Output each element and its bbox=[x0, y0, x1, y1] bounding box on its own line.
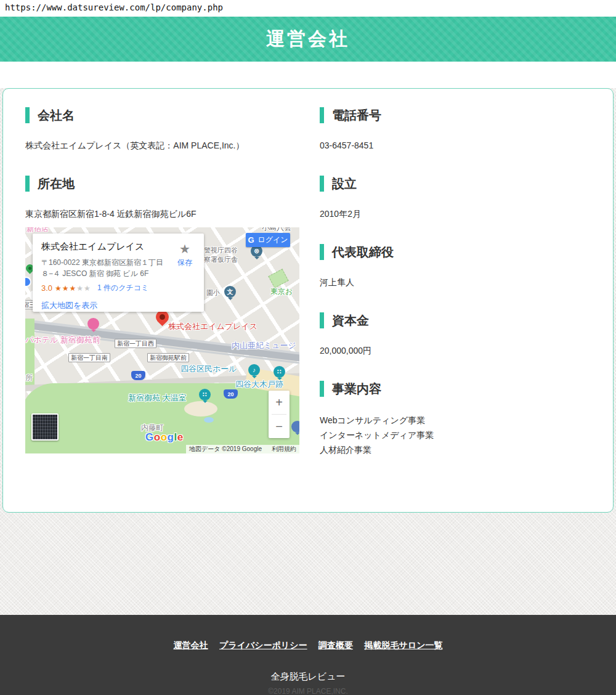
company-info-card: 会社名 株式会社エイムプレイス（英文表記：AIM PLACE,Inc.） 所在地… bbox=[2, 88, 614, 513]
map-label: 新宿御苑 大温室 bbox=[128, 392, 187, 404]
rating-row: 3.0 ★★★ ★★ 1 件のクチコミ bbox=[41, 283, 172, 293]
site-name: 全身脱毛レビュー bbox=[0, 671, 616, 683]
dots-icon: ∷ bbox=[277, 368, 282, 375]
page-header: 運営会社 bbox=[0, 17, 616, 62]
capital-value: 20,000,000円 bbox=[320, 344, 591, 357]
google-logo-letter: G bbox=[145, 431, 154, 443]
footer-link-survey[interactable]: 調査概要 bbox=[318, 640, 353, 650]
intersection-label: 新宿一丁目南 bbox=[68, 353, 110, 362]
business-line: Webコンサルティング事業 bbox=[320, 413, 591, 428]
founded-label: 設立 bbox=[332, 176, 357, 192]
map-data-attribution: 地図データ ©2019 Google bbox=[189, 445, 262, 453]
intersection-label: 新宿一丁目西 bbox=[115, 339, 156, 348]
map-label: 察署仮庁舎 bbox=[204, 255, 238, 264]
ceo-label: 代表取締役 bbox=[332, 244, 394, 261]
map-greenhouse-building bbox=[184, 401, 217, 417]
phone-label: 電話番号 bbox=[332, 107, 381, 124]
save-star-icon[interactable]: ★ bbox=[172, 242, 198, 256]
footer-link-privacy[interactable]: プライバシーポリシー bbox=[219, 640, 307, 650]
address-value: 東京都新宿区新宿1-8-4 近鉄新宿御苑ビル6F bbox=[25, 208, 299, 220]
business-values: Webコンサルティング事業 インターネットメディア事業 人材紹介事業 bbox=[320, 413, 591, 457]
heading-accent-bar bbox=[320, 176, 324, 192]
police-cross-icon: ⊗ bbox=[254, 247, 259, 255]
rating-stars-empty: ★★ bbox=[76, 284, 91, 293]
map-label: 作所 bbox=[25, 373, 33, 383]
heading-accent-bar bbox=[320, 107, 324, 123]
copyright: ©2019 AIM PLACE,INC. bbox=[0, 687, 616, 695]
business-line: 人材紹介事業 bbox=[320, 442, 591, 457]
dots-icon: ∷ bbox=[203, 391, 207, 398]
map-attribution-bar: 地図データ ©2019 Google 利用規約 bbox=[186, 445, 299, 453]
music-note-icon: ♪ bbox=[253, 367, 256, 373]
info-card-title: 株式会社エイムプレイス bbox=[41, 241, 172, 253]
page-title: 運営会社 bbox=[266, 26, 350, 52]
map-zoom-control: + − bbox=[269, 391, 290, 438]
poi-marker: ∷ bbox=[274, 366, 285, 378]
zoom-in-button[interactable]: + bbox=[269, 391, 290, 414]
capital-label: 資本金 bbox=[332, 312, 369, 329]
main-content: 会社名 株式会社エイムプレイス（英文表記：AIM PLACE,Inc.） 所在地… bbox=[0, 88, 616, 615]
section-heading-business: 事業内容 bbox=[320, 381, 591, 397]
enlarge-map-link[interactable]: 拡大地図を表示 bbox=[41, 300, 172, 311]
map-marker-blue bbox=[291, 421, 299, 433]
route-20-shield: 20 bbox=[224, 389, 238, 399]
satellite-view-toggle[interactable] bbox=[31, 413, 59, 441]
google-logo-letter: o bbox=[161, 431, 168, 443]
heading-accent-bar bbox=[320, 312, 324, 328]
page-url: https://www.datsureview.com/lp/company.p… bbox=[5, 2, 223, 12]
school-icon: 文 bbox=[227, 288, 233, 296]
map-label: パホテル 新宿御苑前 bbox=[25, 335, 100, 346]
info-card-main: 株式会社エイムプレイス 〒160-0022 東京都新宿区新宿１丁目 ８−４ JE… bbox=[41, 241, 172, 306]
map-pond bbox=[204, 417, 214, 423]
map-label: 四谷区民ホール bbox=[180, 364, 237, 375]
address-line-1: 〒160-0022 東京都新宿区新宿１丁目 bbox=[41, 257, 172, 268]
section-heading-phone: 電話番号 bbox=[320, 107, 591, 123]
business-line: インターネットメディア事業 bbox=[320, 428, 591, 442]
google-logo-letter: o bbox=[154, 431, 161, 443]
map-label: 東京お bbox=[270, 287, 293, 297]
address-bar: https://www.datsureview.com/lp/company.p… bbox=[0, 0, 616, 17]
google-logo: Google bbox=[145, 431, 184, 444]
heading-accent-bar bbox=[25, 107, 30, 123]
rating-stars-filled: ★★★ bbox=[55, 284, 76, 293]
heading-accent-bar bbox=[320, 381, 324, 397]
google-login-button[interactable]: G ログイン bbox=[246, 233, 290, 247]
map-label: 四谷大木戸跡 bbox=[235, 379, 283, 390]
left-column: 会社名 株式会社エイムプレイス（英文表記：AIM PLACE,Inc.） 所在地… bbox=[25, 107, 299, 512]
music-hall-marker: ♪ bbox=[248, 364, 260, 376]
section-heading-founded: 設立 bbox=[320, 176, 591, 192]
section-heading-ceo: 代表取締役 bbox=[320, 244, 591, 260]
company-label: 会社名 bbox=[38, 107, 75, 124]
ceo-value: 河上隼人 bbox=[320, 276, 591, 288]
right-column: 電話番号 03-6457-8451 設立 2010年2月 代表取締役 河上隼人 … bbox=[320, 107, 591, 512]
pin-inner-dot bbox=[158, 313, 166, 321]
map-label: 内山亜紀ミュージ bbox=[232, 340, 296, 351]
footer-nav: 運営会社 プライバシーポリシー 調査概要 掲載脱毛サロン一覧 bbox=[0, 640, 616, 651]
greenhouse-marker: ∷ bbox=[199, 389, 211, 400]
map-label: 園小 bbox=[206, 288, 220, 298]
save-label: 保存 bbox=[172, 258, 198, 268]
footer-link-company[interactable]: 運営会社 bbox=[174, 640, 208, 650]
reviews-link[interactable]: 1 件のクチコミ bbox=[97, 283, 148, 293]
google-logo-letter: g bbox=[168, 431, 174, 443]
zoom-out-button[interactable]: − bbox=[269, 415, 290, 438]
company-name-value: 株式会社エイムプレイス（英文表記：AIM PLACE,Inc.） bbox=[25, 139, 299, 152]
intersection-label: 新宿御苑駅前 bbox=[147, 353, 189, 362]
google-logo-letter: e bbox=[177, 431, 184, 443]
business-label: 事業内容 bbox=[332, 381, 381, 397]
map-info-card: 株式会社エイムプレイス 〒160-0022 東京都新宿区新宿１丁目 ８−４ JE… bbox=[33, 234, 204, 312]
save-place-control[interactable]: ★ 保存 bbox=[172, 241, 198, 306]
google-g-icon: G bbox=[248, 235, 254, 245]
founded-value: 2010年2月 bbox=[320, 208, 591, 220]
footer-link-salon-list[interactable]: 掲載脱毛サロン一覧 bbox=[365, 640, 443, 650]
section-heading-company: 会社名 bbox=[25, 107, 299, 123]
page-footer: 運営会社 プライバシーポリシー 調査概要 掲載脱毛サロン一覧 全身脱毛レビュー … bbox=[0, 615, 616, 695]
google-map-embed[interactable]: 20 20 ⊗ 文 ♪ ∷ ∷ 新宿店 小島八雲 警視庁四谷 察署仮庁舎 園小 … bbox=[25, 227, 299, 453]
heading-accent-bar bbox=[320, 244, 324, 260]
terms-link[interactable]: 利用規約 bbox=[272, 445, 296, 453]
rating-score: 3.0 bbox=[41, 283, 52, 293]
address-line-2: ８−４ JESCO 新宿 御苑 ビル 6F bbox=[41, 268, 172, 279]
company-map-label: 株式会社エイムプレイス bbox=[168, 321, 257, 332]
hotel-marker bbox=[87, 318, 99, 330]
login-label: ログイン bbox=[258, 235, 288, 245]
